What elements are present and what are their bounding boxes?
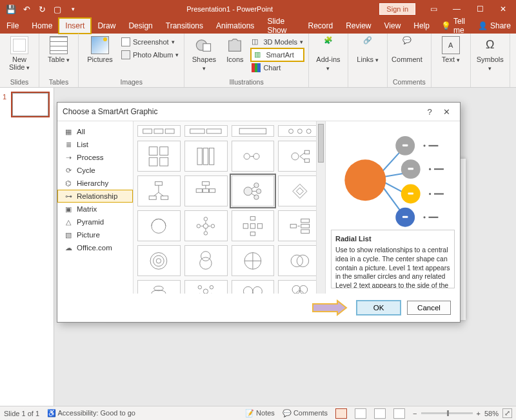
category-hierarchy[interactable]: ⌬Hierarchy [57,177,133,190]
tab-insert[interactable]: Insert [59,18,91,34]
gallery-item[interactable] [278,141,321,172]
pyramid-icon: △ [64,217,73,226]
new-slide-button[interactable]: New Slide [5,36,34,72]
maximize-icon[interactable]: ☐ [468,2,491,16]
share-button[interactable]: 👤Share [473,18,516,34]
ribbon-display-options-icon[interactable]: ▭ [422,2,445,16]
category-cycle[interactable]: ⟳Cycle [57,164,133,177]
pictures-button[interactable]: Pictures [84,36,116,63]
tab-view[interactable]: View [378,18,408,34]
zoom-level[interactable]: 58% [484,410,499,417]
tab-draw[interactable]: Draw [91,18,122,34]
tab-transitions[interactable]: Transitions [159,18,210,34]
slide-thumbnail-1[interactable] [12,93,48,116]
gallery-item[interactable] [184,245,228,276]
slideshow-view-icon[interactable] [393,408,405,419]
scrollbar-thumb[interactable] [318,124,324,163]
gallery-item[interactable] [184,280,228,294]
tell-me[interactable]: 💡Tell me [436,18,473,34]
gallery-item[interactable] [184,175,228,206]
tab-file[interactable]: File [0,18,25,34]
category-list-item[interactable]: ≣List [57,138,133,151]
gallery-item[interactable] [278,245,321,276]
comment-button[interactable]: 💬Comment [393,36,421,63]
sign-in-button[interactable]: Sign in [379,3,415,15]
dialog-help-icon[interactable]: ? [421,107,438,117]
fit-to-window-icon[interactable]: ⤢ [502,408,512,418]
start-from-beginning-icon[interactable]: ▢ [50,2,64,16]
zoom-slider[interactable] [421,412,473,414]
tab-design[interactable]: Design [122,18,159,34]
gallery-item[interactable] [184,125,228,137]
tab-help[interactable]: Help [407,18,436,34]
gallery-item[interactable] [232,141,275,172]
icons-button[interactable]: Icons [223,36,246,63]
gallery-item[interactable] [278,210,321,241]
links-button[interactable]: 🔗Links [353,36,382,64]
svg-rect-84 [402,216,408,218]
tab-home[interactable]: Home [25,18,59,34]
tab-slideshow[interactable]: Slide Show [261,18,301,34]
gallery-scrollbar[interactable] [316,121,325,294]
category-all[interactable]: ▦All [57,125,133,138]
normal-view-icon[interactable] [335,408,347,419]
svg-rect-1 [203,44,211,52]
category-picture[interactable]: ▧Picture [57,228,133,241]
category-relationship[interactable]: ⊶Relationship [57,190,133,203]
text-button[interactable]: AText [437,36,465,64]
svg-rect-43 [250,216,255,220]
gallery-item[interactable] [137,245,181,276]
notes-button[interactable]: 📝 Notes [245,409,275,417]
reading-view-icon[interactable] [374,408,386,419]
smartart-button[interactable]: ▥SmartArt [252,49,303,61]
dialog-titlebar[interactable]: Choose a SmartArt Graphic ? ✕ [57,103,460,121]
accessibility-status[interactable]: ♿ Accessibility: Good to go [47,409,135,417]
undo-icon[interactable]: ↶ [19,2,34,16]
zoom-control[interactable]: − + 58% ⤢ [413,408,512,418]
tab-record[interactable]: Record [302,18,340,34]
qat-customize-icon[interactable] [66,2,80,16]
zoom-out-icon[interactable]: − [413,410,417,417]
addins-button[interactable]: 🧩Add-ins [314,36,342,72]
redo-icon[interactable]: ↻ [35,2,49,16]
category-pyramid[interactable]: △Pyramid [57,215,133,228]
slide-counter[interactable]: Slide 1 of 1 [4,410,39,417]
shapes-icon [195,36,213,54]
dialog-close-icon[interactable]: ✕ [438,107,455,117]
sorter-view-icon[interactable] [355,408,366,419]
gallery-item[interactable] [232,210,275,241]
category-officecom[interactable]: ☁Office.com [57,241,133,254]
gallery-item[interactable] [137,125,181,137]
save-icon[interactable]: 💾 [4,2,18,16]
gallery-item[interactable] [137,175,181,206]
shapes-button[interactable]: Shapes [190,36,218,72]
tab-review[interactable]: Review [339,18,377,34]
gallery-item[interactable] [184,141,228,172]
table-button[interactable]: Table [45,36,73,64]
3dmodels-button[interactable]: ◫3D Models [252,36,303,48]
minimize-icon[interactable]: — [445,2,468,16]
gallery-item[interactable] [278,175,321,206]
chart-button[interactable]: Chart [252,62,303,74]
gallery-item[interactable] [278,125,321,137]
gallery-item[interactable] [137,280,181,294]
symbols-button[interactable]: ΩSymbols [476,36,504,72]
gallery-item[interactable] [232,245,275,276]
gallery-item[interactable] [137,141,181,172]
close-icon[interactable]: ✕ [491,2,515,16]
gallery-item-radial-list[interactable] [232,175,275,206]
zoom-in-icon[interactable]: + [477,410,481,417]
cancel-button[interactable]: Cancel [407,301,451,315]
gallery-item[interactable] [232,280,275,294]
gallery-item[interactable] [184,210,228,241]
gallery-item[interactable] [278,280,321,294]
gallery-item[interactable] [137,210,181,241]
gallery-item[interactable] [232,125,275,137]
category-process[interactable]: ➝Process [57,151,133,164]
photoalbum-button[interactable]: Photo Album [121,49,179,61]
ok-button[interactable]: OK [357,301,401,315]
tab-animations[interactable]: Animations [210,18,261,34]
screenshot-button[interactable]: Screenshot [121,36,179,48]
category-matrix[interactable]: ▣Matrix [57,203,133,215]
comments-button[interactable]: 💬 Comments [283,409,328,417]
